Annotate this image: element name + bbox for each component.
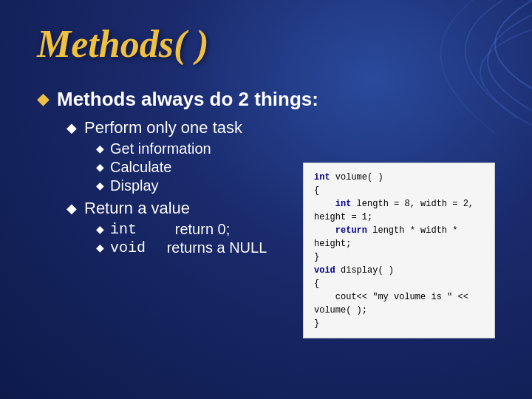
return-desc-void: returns a NULL <box>154 239 267 256</box>
sub-sub-bullet-marker-get: ◆ <box>96 143 104 154</box>
sub-sub-bullet-marker-calc: ◆ <box>96 161 104 173</box>
return-desc-int: return 0; <box>154 221 230 238</box>
slide-title: Methods( ) <box>37 22 495 66</box>
sub-sub-bullet-text-display: Display <box>110 177 159 194</box>
main-bullet: ◆ Methods always do 2 things: <box>37 88 495 111</box>
sub-sub-bullet-get: ◆ Get information <box>96 140 495 157</box>
sub-sub-bullet-marker-display: ◆ <box>96 180 104 191</box>
sub-bullet-marker-2: ◆ <box>66 200 77 216</box>
sub-sub-bullet-text-calc: Calculate <box>110 159 171 176</box>
sub-bullet-text-2: Return a value <box>84 199 190 218</box>
return-type-int: int <box>110 221 154 238</box>
sub-bullet-perform: ◆ Perform only one task <box>66 118 495 137</box>
code-example-box: int volume( ) { int length = 8, width = … <box>303 163 495 338</box>
sub-sub-bullet-marker-int: ◆ <box>96 223 104 235</box>
sub-sub-bullet-text-get: Get information <box>110 140 211 157</box>
return-type-void: void <box>110 239 154 256</box>
sub-bullet-marker-1: ◆ <box>66 120 77 136</box>
sub-sub-bullet-marker-void: ◆ <box>96 242 104 253</box>
sub-bullet-text-1: Perform only one task <box>84 118 242 137</box>
main-bullet-text: Methods always do 2 things: <box>57 88 318 111</box>
main-bullet-marker: ◆ <box>37 89 50 109</box>
